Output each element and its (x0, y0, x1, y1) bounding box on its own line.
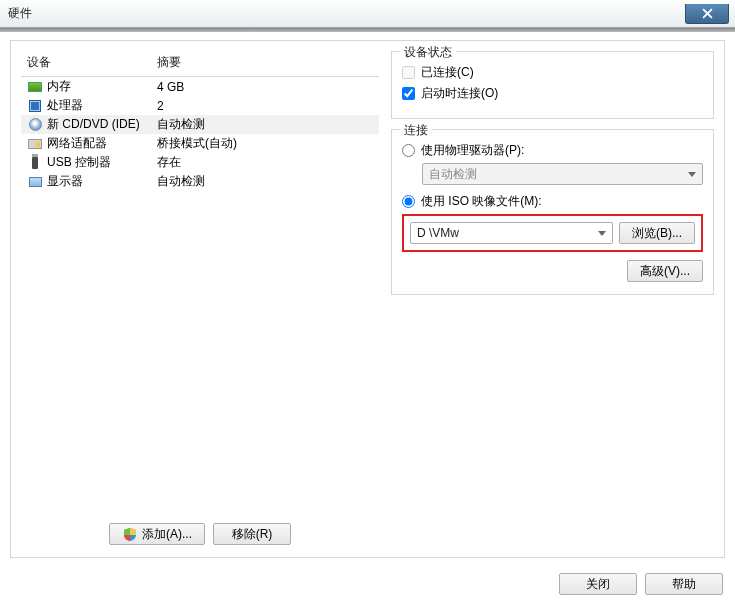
col-device[interactable]: 设备 (21, 51, 151, 77)
device-summary: 4 GB (151, 77, 379, 97)
col-summary[interactable]: 摘要 (151, 51, 379, 77)
device-detail-pane: 设备状态 已连接(C) 启动时连接(O) 连接 使用物理驱动器(P): (391, 51, 714, 547)
close-label: 关闭 (586, 576, 610, 593)
title-bar: 硬件 (0, 0, 735, 28)
add-device-label: 添加(A)... (142, 526, 192, 543)
use-physical-row[interactable]: 使用物理驱动器(P): (402, 142, 703, 159)
connected-row[interactable]: 已连接(C) (402, 64, 703, 81)
device-summary: 自动检测 (151, 115, 379, 134)
device-row[interactable]: 显示器自动检测 (21, 172, 379, 191)
add-device-button[interactable]: 添加(A)... (109, 523, 205, 545)
use-physical-radio[interactable] (402, 144, 415, 157)
connect-at-poweron-row[interactable]: 启动时连接(O) (402, 85, 703, 102)
device-row[interactable]: USB 控制器存在 (21, 153, 379, 172)
device-name: 处理器 (47, 97, 83, 114)
connect-at-poweron-checkbox[interactable] (402, 87, 415, 100)
close-button[interactable]: 关闭 (559, 573, 637, 595)
dialog-buttons: 关闭 帮助 (559, 573, 723, 595)
device-name: USB 控制器 (47, 154, 111, 171)
physical-drive-combo[interactable]: 自动检测 (422, 163, 703, 185)
device-status-legend: 设备状态 (400, 44, 456, 61)
device-row[interactable]: 内存4 GB (21, 77, 379, 97)
device-summary: 自动检测 (151, 172, 379, 191)
use-iso-row[interactable]: 使用 ISO 映像文件(M): (402, 193, 703, 210)
remove-device-label: 移除(R) (232, 526, 273, 543)
use-physical-label: 使用物理驱动器(P): (421, 142, 524, 159)
connection-group: 连接 使用物理驱动器(P): 自动检测 使用 ISO 映像文件(M): (391, 129, 714, 295)
advanced-label: 高级(V)... (640, 263, 690, 280)
monitor-icon (27, 174, 43, 190)
help-label: 帮助 (672, 576, 696, 593)
device-summary: 桥接模式(自动) (151, 134, 379, 153)
device-name: 新 CD/DVD (IDE) (47, 116, 140, 133)
iso-path-value: D \VMw (417, 226, 459, 240)
device-status-group: 设备状态 已连接(C) 启动时连接(O) (391, 51, 714, 119)
browse-button[interactable]: 浏览(B)... (619, 222, 695, 244)
device-name: 内存 (47, 78, 71, 95)
connect-at-poweron-label: 启动时连接(O) (421, 85, 498, 102)
connected-checkbox[interactable] (402, 66, 415, 79)
use-iso-radio[interactable] (402, 195, 415, 208)
connected-label: 已连接(C) (421, 64, 474, 81)
use-iso-label: 使用 ISO 映像文件(M): (421, 193, 542, 210)
device-name: 显示器 (47, 173, 83, 190)
disc-icon (27, 117, 43, 133)
device-summary: 2 (151, 96, 379, 115)
device-summary: 存在 (151, 153, 379, 172)
connection-legend: 连接 (400, 122, 432, 139)
window-title: 硬件 (8, 5, 32, 22)
physical-drive-combo-wrap: 自动检测 (422, 163, 703, 185)
close-window-button[interactable] (685, 4, 729, 24)
device-row[interactable]: 新 CD/DVD (IDE)自动检测 (21, 115, 379, 134)
cpu-icon (27, 98, 43, 114)
memory-icon (27, 79, 43, 95)
usb-icon (27, 155, 43, 171)
physical-drive-value: 自动检测 (429, 166, 477, 183)
remove-device-button[interactable]: 移除(R) (213, 523, 291, 545)
nic-icon (27, 136, 43, 152)
help-button[interactable]: 帮助 (645, 573, 723, 595)
hardware-panel: 设备 摘要 内存4 GB处理器2新 CD/DVD (IDE)自动检测网络适配器桥… (10, 40, 725, 558)
device-table: 设备 摘要 内存4 GB处理器2新 CD/DVD (IDE)自动检测网络适配器桥… (21, 51, 379, 191)
close-icon (702, 8, 713, 19)
chevron-down-icon (688, 172, 696, 177)
device-row[interactable]: 处理器2 (21, 96, 379, 115)
iso-path-combo[interactable]: D \VMw (410, 222, 613, 244)
device-name: 网络适配器 (47, 135, 107, 152)
shield-icon (122, 526, 138, 542)
advanced-button[interactable]: 高级(V)... (627, 260, 703, 282)
chevron-down-icon (598, 231, 606, 236)
iso-highlight: D \VMw 浏览(B)... (402, 214, 703, 252)
device-list-pane: 设备 摘要 内存4 GB处理器2新 CD/DVD (IDE)自动检测网络适配器桥… (21, 51, 379, 547)
browse-label: 浏览(B)... (632, 225, 682, 242)
device-row[interactable]: 网络适配器桥接模式(自动) (21, 134, 379, 153)
